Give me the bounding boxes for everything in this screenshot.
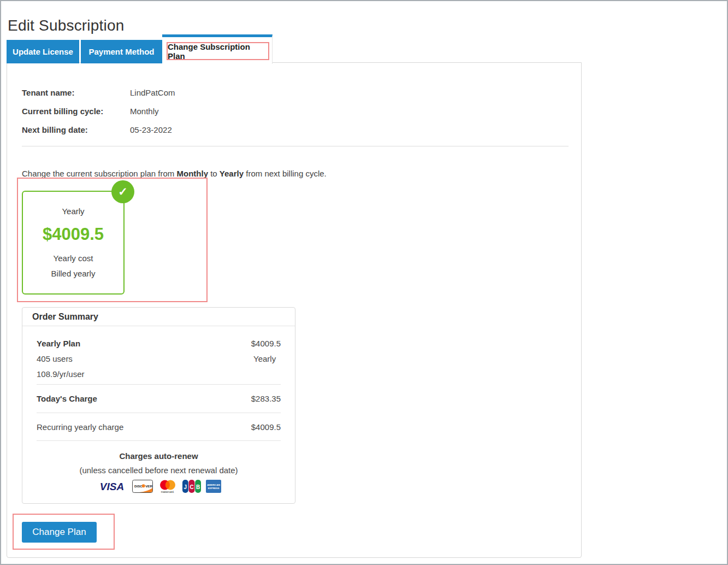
recurring-charge-label: Recurring yearly charge [37, 422, 251, 433]
next-billing-date-value: 05-23-2022 [130, 125, 172, 136]
svg-text:DISC: DISC [134, 484, 143, 488]
svg-text:B: B [196, 484, 199, 490]
plan-name: Yearly [23, 206, 123, 217]
plan-price: $4009.5 [23, 225, 123, 244]
note-prefix: Change the current subscription plan fro… [22, 169, 176, 178]
tenant-name-value: LindPatCom [130, 87, 175, 98]
next-billing-date-row: Next billing date: 05-23-2022 [22, 125, 172, 136]
tab-bar: Update License Payment Method Change Sub… [7, 34, 273, 63]
active-tab-annotation-box: Change Subscription Plan [167, 42, 269, 60]
billing-cycle-value: Monthly [130, 106, 159, 117]
active-tab-label: Change Subscription Plan [168, 42, 268, 61]
unit-price-value [253, 369, 281, 380]
section-divider [22, 146, 569, 146]
users-row: 405 users Yearly [37, 354, 281, 364]
summary-divider [37, 440, 281, 441]
page-title: Edit Subscription [8, 17, 125, 34]
tab-payment-method[interactable]: Payment Method [81, 40, 162, 63]
edit-subscription-screen: { "title": "Edit Subscription", "tabs": … [0, 0, 728, 565]
unit-price-row: 108.9/yr/user [37, 369, 281, 380]
today-charge-value: $283.35 [251, 393, 281, 404]
order-summary: Order Summary Yearly Plan $4009.5 405 us… [22, 307, 295, 504]
plan-card-annotation-box: ✓ Yearly $4009.5 Yearly cost Billed year… [17, 178, 208, 302]
svg-text:J: J [184, 484, 187, 490]
auto-renew-note: (unless cancelled before next renewal da… [37, 465, 281, 476]
billing-cycle-label: Current billing cycle: [22, 106, 130, 117]
today-charge-label: Today's Charge [37, 393, 251, 404]
today-charge-row: Today's Charge $283.35 [37, 393, 281, 404]
svg-text:VISA: VISA [99, 481, 123, 492]
svg-text:mastercard.: mastercard. [161, 491, 174, 493]
summary-divider [37, 413, 281, 413]
note-from-cycle: Monthly [176, 169, 208, 178]
plan-row-value: $4009.5 [251, 338, 281, 349]
note-middle: to [208, 169, 220, 178]
note-suffix: from next billing cycle. [244, 169, 327, 178]
mastercard-logo: mastercard. [158, 480, 177, 493]
visa-logo: VISA [97, 481, 127, 492]
plan-cost-label: Yearly cost [23, 253, 123, 264]
amex-logo: AMERICAN EXPRESS [206, 480, 221, 493]
recurring-charge-value: $4009.5 [251, 422, 281, 433]
payment-method-logos: VISA DISC VER mastercard. [37, 479, 281, 493]
yearly-plan-card[interactable]: ✓ Yearly $4009.5 Yearly cost Billed year… [22, 191, 125, 295]
plan-row-label: Yearly Plan [37, 338, 251, 349]
svg-text:AMERICAN: AMERICAN [207, 484, 220, 486]
discover-logo: DISC VER [132, 480, 153, 493]
jcb-logo: J C B [182, 480, 201, 493]
change-plan-annotation-box: Change Plan [13, 514, 115, 550]
svg-text:EXPRESS: EXPRESS [208, 487, 219, 490]
users-cycle-value: Yearly [253, 354, 281, 364]
users-label: 405 users [37, 354, 253, 364]
change-subscription-panel: Tenant name: LindPatCom Current billing … [7, 62, 582, 558]
tab-change-subscription-plan[interactable]: Change Subscription Plan [162, 34, 273, 64]
recurring-charge-row: Recurring yearly charge $4009.5 [37, 422, 281, 433]
order-summary-title: Order Summary [22, 308, 295, 326]
tenant-name-row: Tenant name: LindPatCom [22, 87, 175, 98]
note-to-cycle: Yearly [220, 169, 244, 178]
auto-renew-title: Charges auto-renew [37, 451, 281, 462]
next-billing-date-label: Next billing date: [22, 125, 130, 136]
svg-text:VER: VER [145, 484, 152, 488]
billing-cycle-row: Current billing cycle: Monthly [22, 106, 159, 117]
change-plan-button[interactable]: Change Plan [22, 522, 97, 543]
selected-check-icon: ✓ [111, 180, 134, 203]
plan-billing-label: Billed yearly [23, 268, 123, 279]
tab-update-license[interactable]: Update License [7, 40, 79, 63]
unit-price-label: 108.9/yr/user [37, 369, 253, 380]
plan-price-row: Yearly Plan $4009.5 [37, 338, 281, 349]
tenant-name-label: Tenant name: [22, 87, 130, 98]
summary-divider [37, 384, 281, 385]
order-summary-body: Yearly Plan $4009.5 405 users Yearly 108… [22, 326, 295, 503]
svg-text:C: C [190, 484, 193, 490]
